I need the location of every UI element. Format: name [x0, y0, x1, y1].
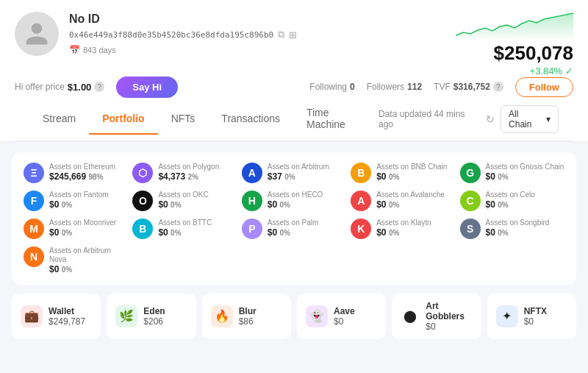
asset-details: Assets on Arbitrum Nova $0 0%	[49, 246, 128, 274]
asset-logo: ⬡	[132, 163, 153, 183]
tab-transactions[interactable]: Transactions	[208, 104, 293, 135]
tvf-value: $316,752	[453, 82, 490, 92]
wallet-name: Blur	[239, 306, 257, 316]
asset-item[interactable]: P Assets on Palm $0 0%	[242, 219, 346, 239]
tab-nfts[interactable]: NFTs	[158, 104, 209, 135]
asset-item[interactable]: F Assets on Fantom $0 0%	[24, 191, 128, 211]
stats-actions: Hi offer price $1.00 ? Say Hi Following …	[15, 77, 573, 98]
wallet-name: Art Gobblers	[426, 301, 472, 322]
asset-logo: O	[132, 191, 153, 211]
followers-count: 112	[407, 82, 422, 92]
asset-item[interactable]: G Assets on Gnosis Chain $0 0%	[460, 163, 564, 183]
asset-chain-name: Assets on Moonriver	[49, 219, 116, 227]
asset-item[interactable]: A Assets on Arbitrum $37 0%	[242, 163, 346, 183]
wallet-value: $249,787	[49, 316, 85, 327]
qr-button[interactable]: ⊞	[289, 29, 297, 40]
tvf-help-icon[interactable]: ?	[493, 82, 503, 92]
asset-item[interactable]: Ξ Assets on Ethereum $245,669 98%	[24, 163, 128, 183]
hi-offer: Hi offer price $1.00 ?	[15, 82, 104, 93]
wallet-logo: ✦	[496, 305, 518, 327]
asset-value: $0 0%	[376, 171, 447, 182]
asset-pct: 0%	[498, 173, 508, 181]
followers-stat: Followers 112	[367, 82, 422, 92]
refresh-icon[interactable]: ↻	[486, 113, 495, 125]
follow-button[interactable]: Follow	[515, 77, 573, 97]
asset-pct: 98%	[88, 173, 103, 181]
tab-stream[interactable]: Stream	[29, 104, 89, 135]
asset-item[interactable]: N Assets on Arbitrum Nova $0 0%	[24, 246, 128, 274]
stats-group: Hi offer price $1.00 ? Say Hi	[15, 77, 178, 98]
wallet-name: Wallet	[49, 306, 85, 316]
wallet-card[interactable]: 🔥 Blur $86	[202, 294, 291, 339]
asset-value: $0 0%	[376, 227, 431, 238]
chain-selector-label: All Chain	[509, 109, 543, 129]
asset-chain-name: Assets on OKC	[158, 191, 208, 199]
asset-pct: 0%	[62, 266, 72, 274]
asset-value: $245,669 98%	[49, 171, 115, 182]
profile-info: No ID 0x46e449a3f88d0e35b4520bc36e8dfda1…	[69, 13, 297, 55]
asset-item[interactable]: C Assets on Celo $0 0%	[460, 191, 564, 211]
following-count: 0	[350, 82, 355, 92]
wallet-logo: 🌿	[115, 305, 137, 327]
wallet-card[interactable]: 🌿 Eden $206	[107, 294, 196, 339]
profile-left: No ID 0x46e449a3f88d0e35b4520bc36e8dfda1…	[15, 12, 297, 56]
wallets-row: 💼 Wallet $249,787 🌿 Eden $206 🔥 Blur $86…	[12, 294, 576, 339]
followers-label: Followers	[367, 82, 404, 92]
hi-offer-value: $1.00	[68, 82, 92, 93]
wallet-card[interactable]: 💼 Wallet $249,787	[12, 294, 101, 339]
asset-chain-name: Assets on HECO	[268, 191, 323, 199]
asset-item[interactable]: O Assets on OKC $0 0%	[132, 191, 237, 211]
chevron-down-icon: ▾	[546, 114, 551, 124]
address-text: 0x46e449a3f88d0e35b4520bc36e8dfda195c896…	[69, 30, 273, 40]
asset-details: Assets on Ethereum $245,669 98%	[49, 163, 115, 182]
asset-chain-name: Assets on Celo	[486, 191, 535, 199]
asset-item[interactable]: ⬡ Assets on Polygon $4,373 2%	[132, 163, 237, 183]
copy-address-button[interactable]: ⧉	[278, 29, 284, 40]
asset-item[interactable]: A Assets on Avalanche $0 0%	[351, 191, 455, 211]
asset-details: Assets on OKC $0 0%	[158, 191, 208, 210]
wallet-logo: 👻	[306, 305, 328, 327]
tab-portfolio[interactable]: Portfolio	[89, 104, 158, 135]
tvf-stat: TVF $316,752 ?	[434, 82, 503, 92]
asset-chain-name: Assets on Fantom	[49, 191, 109, 199]
following-label: Following	[309, 82, 347, 92]
asset-value: $0 0%	[158, 199, 208, 210]
wallet-logo: ⬤	[401, 305, 420, 327]
asset-value: $0 0%	[268, 199, 323, 210]
asset-details: Assets on Celo $0 0%	[486, 191, 535, 210]
portfolio-chart	[456, 12, 573, 41]
asset-details: Assets on Gnosis Chain $0 0%	[486, 163, 564, 182]
asset-item[interactable]: H Assets on HECO $0 0%	[242, 191, 346, 211]
assets-card: Ξ Assets on Ethereum $245,669 98% ⬡ Asse…	[12, 152, 576, 285]
say-hi-button[interactable]: Say Hi	[116, 77, 178, 98]
asset-item[interactable]: K Assets on Klaytn $0 0%	[351, 219, 455, 239]
assets-grid: Ξ Assets on Ethereum $245,669 98% ⬡ Asse…	[24, 163, 564, 274]
asset-item[interactable]: S Assets on Songbird $0 0%	[460, 219, 564, 239]
hi-offer-help-icon[interactable]: ?	[94, 82, 104, 92]
profile-header: No ID 0x46e449a3f88d0e35b4520bc36e8dfda1…	[0, 0, 588, 142]
wallet-card[interactable]: 👻 Aave $0	[297, 294, 386, 339]
wallet-card[interactable]: ⬤ Art Gobblers $0	[392, 294, 481, 339]
asset-item[interactable]: B Assets on BTTC $0 0%	[132, 219, 237, 239]
asset-logo: P	[242, 219, 262, 239]
portfolio-change: +3.84% ✓	[530, 65, 573, 77]
asset-pct: 0%	[171, 229, 181, 237]
portfolio-value: $250,078	[494, 43, 573, 64]
asset-item[interactable]: M Assets on Moonriver $0 0%	[24, 219, 128, 239]
app-container: No ID 0x46e449a3f88d0e35b4520bc36e8dfda1…	[0, 0, 588, 349]
tabs-right: Data updated 44 mins ago ↻ All Chain ▾	[379, 105, 559, 133]
follow-group: Following 0 Followers 112 TVF $316,752 ?…	[309, 77, 573, 97]
asset-value: $4,373 2%	[158, 171, 219, 182]
asset-value: $0 0%	[376, 199, 445, 210]
asset-chain-name: Assets on BTTC	[158, 219, 212, 227]
wallet-card[interactable]: ✦ NFTX $0	[487, 294, 576, 339]
tabs-bar: Stream Portfolio NFTs Transactions Time …	[15, 98, 573, 141]
asset-value: $37 0%	[268, 171, 329, 182]
tab-time-machine[interactable]: Time Machine	[293, 98, 379, 141]
asset-pct: 2%	[187, 173, 198, 181]
calendar-icon: 📅	[69, 45, 80, 55]
asset-details: Assets on Moonriver $0 0%	[49, 219, 116, 238]
asset-item[interactable]: B Assets on BNB Chain $0 0%	[351, 163, 455, 183]
chain-selector[interactable]: All Chain ▾	[501, 105, 559, 133]
profile-right: $250,078 +3.84% ✓	[456, 12, 573, 77]
